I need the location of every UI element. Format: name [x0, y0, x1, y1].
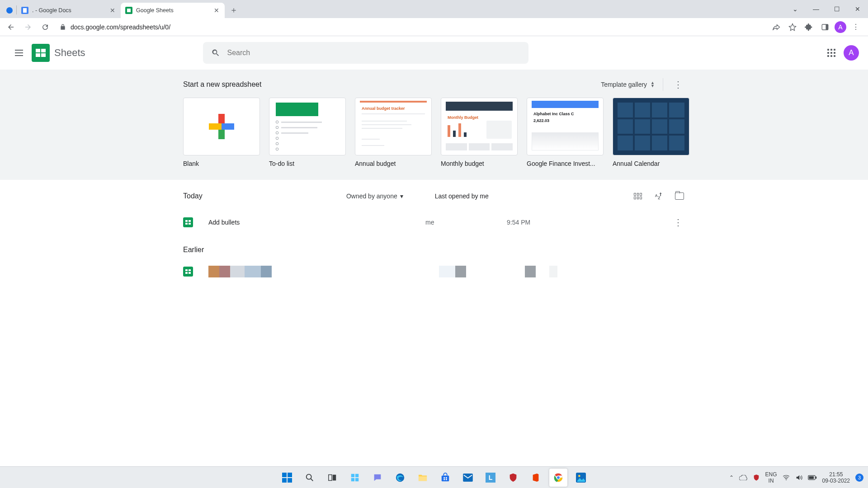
close-window-button[interactable]: ✕	[847, 0, 868, 18]
skeleton-block	[208, 266, 219, 277]
onedrive-icon[interactable]	[739, 475, 747, 480]
thumb-text: Annual budget tracker	[362, 106, 405, 111]
explorer-icon[interactable]	[414, 469, 432, 487]
skeleton-block	[245, 266, 261, 277]
sort-az-button[interactable]: AZ	[653, 191, 664, 202]
reload-button[interactable]	[38, 20, 52, 34]
account-avatar[interactable]: A	[844, 45, 859, 61]
template-blank[interactable]: Blank	[183, 98, 260, 167]
bookmark-star-icon[interactable]	[786, 20, 799, 34]
template-monthly-budget[interactable]: Monthly Budget Monthly budget	[441, 98, 518, 167]
forward-button[interactable]	[21, 20, 35, 34]
main-menu-button[interactable]	[9, 43, 29, 63]
mcafee-tray-icon[interactable]	[753, 474, 760, 481]
owner-filter-dropdown[interactable]: Owned by anyone ▾	[346, 192, 403, 200]
template-label: Google Finance Invest...	[527, 160, 604, 167]
skeleton-block	[261, 266, 272, 277]
template-calendar[interactable]: Annual Calendar	[613, 98, 689, 167]
svg-text:Z: Z	[658, 196, 660, 200]
templates-section: Start a new spreadsheet Template gallery…	[0, 70, 868, 180]
tab-title: . - Google Docs	[32, 7, 105, 14]
lock-icon	[60, 24, 66, 30]
sheets-favicon-icon	[125, 7, 132, 14]
search-icon	[211, 48, 220, 57]
thumb-text: 2,622.03	[533, 118, 549, 123]
google-apps-button[interactable]	[827, 49, 835, 57]
minimize-button[interactable]: —	[806, 0, 826, 18]
app-l-icon[interactable]: L	[481, 469, 500, 487]
svg-rect-6	[333, 474, 336, 480]
sort-az-icon: AZ	[654, 192, 663, 201]
template-annual-budget[interactable]: Annual budget tracker Annual budget	[355, 98, 432, 167]
svg-rect-10	[355, 478, 359, 481]
grid-view-button[interactable]	[632, 191, 643, 202]
start-button[interactable]	[278, 469, 296, 487]
language-indicator[interactable]: ENG IN	[765, 471, 777, 484]
share-icon[interactable]	[769, 20, 783, 34]
browser-profile-avatar[interactable]: A	[835, 21, 846, 33]
url-text: docs.google.com/spreadsheets/u/0/	[71, 23, 170, 31]
chat-button[interactable]	[368, 469, 387, 487]
date-label: 09-03-2022	[822, 478, 850, 484]
hamburger-icon	[15, 50, 23, 56]
grid-icon	[634, 193, 642, 199]
thumb-text: Monthly Budget	[448, 115, 478, 120]
skeleton-block	[525, 266, 536, 277]
open-file-picker-button[interactable]	[674, 191, 685, 202]
svg-rect-15	[446, 477, 447, 479]
search-input[interactable]	[227, 49, 520, 57]
svg-rect-8	[355, 474, 359, 477]
search-box[interactable]	[203, 42, 528, 64]
template-gallery-button[interactable]: Template gallery ▲▼	[601, 81, 655, 88]
svg-text:A: A	[655, 193, 658, 198]
close-tab-icon[interactable]: ✕	[109, 7, 116, 14]
template-finance[interactable]: Alphabet Inc Class C 2,622.03 Google Fin…	[527, 98, 604, 167]
templates-heading: Start a new spreadsheet	[183, 80, 261, 89]
template-label: Annual Calendar	[613, 160, 689, 167]
office-icon[interactable]	[527, 469, 545, 487]
windows-taskbar: L ⌃ ENG IN 21:55 09-03-2022 3	[0, 466, 868, 488]
template-todo[interactable]: To-do list	[269, 98, 346, 167]
browser-tab-sheets[interactable]: Google Sheets ✕	[121, 3, 225, 18]
recording-indicator-icon	[6, 7, 13, 14]
chrome-icon[interactable]	[549, 469, 567, 487]
taskbar-search-button[interactable]	[301, 469, 319, 487]
skeleton-block	[230, 266, 245, 277]
mail-icon[interactable]	[459, 469, 477, 487]
back-button[interactable]	[4, 20, 18, 34]
clock[interactable]: 21:55 09-03-2022	[822, 471, 850, 484]
browser-menu-icon[interactable]: ⋮	[849, 20, 863, 34]
extensions-icon[interactable]	[802, 20, 816, 34]
templates-more-button[interactable]: ⋮	[671, 78, 685, 91]
sheets-logo-icon[interactable]	[32, 44, 50, 62]
notification-badge[interactable]: 3	[855, 474, 863, 482]
document-time: 9:54 PM	[507, 219, 624, 226]
tab-title: Google Sheets	[136, 7, 209, 14]
svg-rect-9	[351, 478, 354, 481]
store-icon[interactable]	[436, 469, 454, 487]
template-label: Annual budget	[355, 160, 432, 167]
document-row-loading	[183, 266, 685, 277]
edge-icon[interactable]	[391, 469, 409, 487]
photos-icon[interactable]	[572, 469, 590, 487]
tray-overflow-icon[interactable]: ⌃	[729, 474, 734, 481]
close-tab-icon[interactable]: ✕	[213, 7, 220, 14]
document-row[interactable]: Add bullets me 9:54 PM ⋮	[183, 211, 685, 234]
battery-icon[interactable]	[808, 475, 817, 480]
address-bar[interactable]: docs.google.com/spreadsheets/u/0/	[55, 20, 767, 34]
separator	[663, 78, 663, 91]
skeleton-block	[549, 266, 557, 277]
volume-icon[interactable]	[795, 474, 802, 481]
browser-tab-docs[interactable]: . - Google Docs ✕	[17, 3, 121, 18]
widgets-button[interactable]	[346, 469, 364, 487]
side-panel-icon[interactable]	[818, 20, 832, 34]
tab-search-icon[interactable]: ⌄	[785, 0, 806, 18]
document-more-button[interactable]: ⋮	[671, 217, 685, 228]
sort-label[interactable]: Last opened by me	[435, 192, 489, 200]
maximize-button[interactable]: ☐	[826, 0, 847, 18]
new-tab-button[interactable]: ＋	[227, 4, 240, 16]
thumb-text: Alphabet Inc Class C	[533, 112, 574, 116]
task-view-button[interactable]	[323, 469, 341, 487]
mcafee-icon[interactable]	[504, 469, 522, 487]
wifi-icon[interactable]	[783, 474, 790, 481]
